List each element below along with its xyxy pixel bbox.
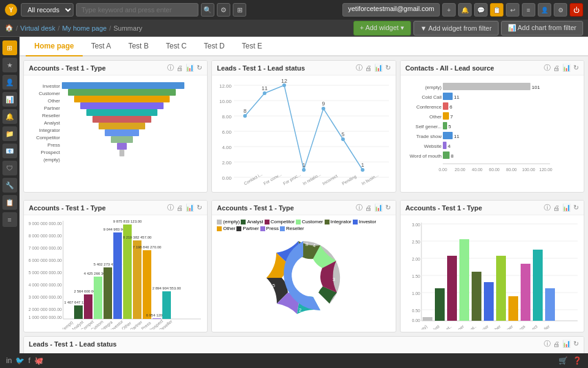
chart-info-icon-6[interactable]: ⓘ: [544, 203, 551, 212]
chart-print-icon-5[interactable]: 🖨: [365, 204, 372, 212]
chart-bar-icon-2[interactable]: 📊: [374, 64, 383, 72]
svg-text:9: 9: [322, 101, 325, 107]
chart-info-icon-4[interactable]: ⓘ: [167, 203, 174, 212]
chart-refresh-icon-3[interactable]: ↻: [573, 64, 579, 72]
social-facebook-icon[interactable]: f: [28, 356, 30, 365]
svg-text:1.00: 1.00: [412, 291, 420, 296]
tab-test-e[interactable]: Test E: [233, 37, 271, 56]
notifications-button[interactable]: 🔔: [458, 3, 472, 17]
svg-text:6: 6: [287, 244, 290, 250]
toolbar-buttons: + Add widget ▾ ▼ Add widget from filter …: [353, 21, 583, 36]
chart-bar-icon-3[interactable]: 📊: [562, 64, 571, 72]
chart-header-5: Accounts - Test 1 - Type ⓘ 🖨 📊 ↻: [212, 201, 395, 215]
svg-rect-11: [92, 116, 151, 123]
svg-text:9 875 833 123.00: 9 875 833 123.00: [113, 220, 142, 223]
sidebar-icon-security[interactable]: 🛡: [2, 161, 17, 175]
vbar-svg: 9 000 000 000.00 8 000 000 000.00 7 000 …: [26, 218, 204, 329]
chart-print-icon-1[interactable]: 🖨: [176, 64, 183, 72]
svg-rect-155: [423, 317, 432, 321]
chart-refresh-icon-4[interactable]: ↻: [197, 204, 202, 212]
svg-point-44: [263, 91, 266, 95]
chart-print-icon-6[interactable]: 🖨: [553, 204, 560, 212]
svg-text:Incorrect: Incorrect: [322, 174, 338, 186]
chart-refresh-icon-bottom[interactable]: ↻: [573, 340, 579, 348]
chart-refresh-icon-2[interactable]: ↻: [385, 64, 391, 72]
chart-actions-1: ⓘ 🖨 📊 ↻: [167, 63, 202, 72]
svg-text:8: 8: [244, 108, 247, 114]
chart-print-icon-3[interactable]: 🖨: [553, 64, 560, 72]
chart-refresh-icon-1[interactable]: ↻: [197, 64, 202, 72]
social-twitter-icon[interactable]: 🐦: [15, 356, 24, 365]
user-button[interactable]: 👤: [538, 3, 551, 17]
sidebar-icon-email[interactable]: 📧: [2, 144, 17, 158]
menu-button[interactable]: ≡: [522, 3, 535, 17]
sidebar-icon-reports[interactable]: 📊: [2, 92, 17, 107]
chart-print-icon-2[interactable]: 🖨: [365, 64, 372, 72]
svg-rect-164: [533, 250, 543, 321]
svg-rect-162: [508, 296, 518, 321]
svg-text:2 894 904 553.00: 2 894 904 553.00: [153, 286, 181, 290]
sidebar-icon-tasks[interactable]: 📋: [2, 195, 17, 210]
svg-text:1 000 000 000.00: 1 000 000 000.00: [29, 315, 62, 320]
chart-info-icon-1[interactable]: ⓘ: [167, 63, 174, 72]
chart-refresh-icon-6[interactable]: ↻: [573, 204, 579, 212]
add-widget-button[interactable]: + Add widget ▾: [353, 21, 411, 36]
history-button[interactable]: ↩: [506, 3, 519, 17]
search-button[interactable]: 🔍: [201, 3, 214, 17]
svg-rect-70: [443, 122, 447, 129]
tab-test-b[interactable]: Test B: [119, 37, 157, 56]
svg-text:Other: Other: [490, 324, 501, 329]
sidebar-icon-notifications[interactable]: 🔔: [2, 109, 17, 124]
chart-bar-icon-4[interactable]: 📊: [186, 204, 194, 212]
svg-text:Partner: Partner: [44, 105, 61, 111]
add-widget-filter-button[interactable]: ▼ Add widget from filter: [413, 21, 499, 36]
vbar2-svg: 3.00 2.50 2.00 1.50 1.00 0.50 0.00: [403, 218, 581, 329]
tab-test-a[interactable]: Test A: [83, 37, 120, 56]
bottom-icon-extra[interactable]: ❓: [573, 356, 582, 365]
breadcrumb-virtual-desk[interactable]: Virtual desk: [20, 25, 55, 32]
chart-refresh-icon-5[interactable]: ↻: [385, 204, 391, 212]
search-options-button[interactable]: ⚙: [217, 3, 230, 17]
breadcrumb-home-page[interactable]: My home page: [62, 25, 107, 32]
tab-home-page[interactable]: Home page: [26, 37, 83, 56]
svg-text:7 198 840 270.00: 7 198 840 270.00: [133, 245, 162, 249]
chart-info-icon-5[interactable]: ⓘ: [356, 203, 363, 212]
chart-print-icon-bottom[interactable]: 🖨: [553, 340, 560, 348]
chart-bar-icon-1[interactable]: 📊: [186, 64, 194, 72]
chart-info-icon-3[interactable]: ⓘ: [544, 63, 551, 72]
chart-print-icon-4[interactable]: 🖨: [176, 204, 183, 212]
svg-text:12: 12: [281, 78, 287, 84]
chart-bar-icon-6[interactable]: 📊: [562, 204, 571, 212]
main-content: Home page Test A Test B Test C Test D Te…: [20, 37, 588, 353]
tab-test-c[interactable]: Test C: [157, 37, 195, 56]
social-linkedin-icon[interactable]: in: [6, 356, 12, 365]
view-toggle-button[interactable]: ⊞: [233, 3, 246, 17]
tab-test-d[interactable]: Test D: [195, 37, 233, 56]
svg-text:Customer: Customer: [39, 91, 60, 96]
sidebar-icon-home[interactable]: ⊞: [2, 40, 17, 55]
chart-header-1: Accounts - Test 1 - Type ⓘ 🖨 📊 ↻: [24, 61, 207, 75]
chart-info-icon-bottom[interactable]: ⓘ: [544, 339, 551, 348]
tasks-button[interactable]: 📋: [490, 3, 503, 17]
cart-icon[interactable]: 🛒: [559, 356, 568, 365]
add-chart-filter-button[interactable]: 📊 Add chart from filter: [501, 21, 583, 36]
chart-card-vbar2: Accounts - Test 1 - Type ⓘ 🖨 📊 ↻ 3.00 2.…: [400, 200, 584, 332]
chart-bar-icon-bottom[interactable]: 📊: [562, 340, 571, 348]
search-scope-select[interactable]: All records: [21, 3, 74, 17]
settings-button[interactable]: ⚙: [554, 3, 567, 17]
chart-bar-icon-5[interactable]: 📊: [374, 204, 383, 212]
legend-empty: (empty): [217, 219, 239, 224]
add-button[interactable]: +: [442, 3, 456, 17]
svg-text:9 000 000 000.00: 9 000 000 000.00: [29, 221, 62, 226]
power-button[interactable]: ⏻: [570, 3, 583, 17]
sidebar-icon-files[interactable]: 📁: [2, 126, 17, 141]
sidebar-icon-favorites[interactable]: ★: [2, 58, 17, 72]
search-input[interactable]: [76, 3, 198, 17]
chart-info-icon-2[interactable]: ⓘ: [356, 63, 363, 72]
bottom-section: Leads - Test 1 - Lead status ⓘ 🖨 📊 ↻ 12.…: [20, 336, 588, 353]
sidebar-icon-tools[interactable]: 🔧: [2, 178, 17, 193]
social-github-icon[interactable]: 🐙: [34, 356, 43, 365]
sidebar-icon-menu[interactable]: ≡: [2, 212, 17, 227]
chat-button[interactable]: 💬: [474, 3, 488, 17]
sidebar-icon-contacts[interactable]: 👤: [2, 75, 17, 90]
